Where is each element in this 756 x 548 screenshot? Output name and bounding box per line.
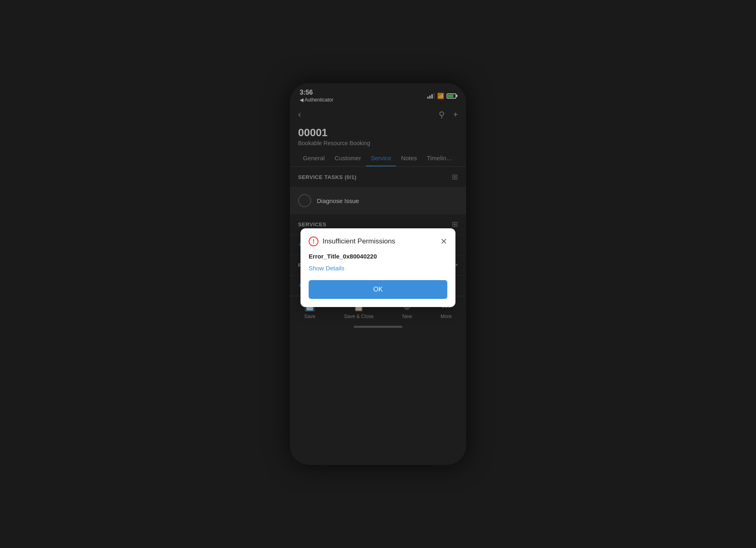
- error-icon: !: [309, 236, 318, 246]
- modal-close-button[interactable]: ✕: [440, 237, 447, 245]
- show-details-button[interactable]: Show Details: [309, 265, 345, 272]
- modal-title: Insufficient Permissions: [323, 237, 436, 245]
- permissions-modal: ! Insufficient Permissions ✕ Error_Title…: [301, 228, 455, 307]
- modal-ok-button[interactable]: OK: [309, 280, 447, 299]
- modal-body: Error_Title_0x80040220 Show Details: [301, 251, 455, 280]
- modal-header: ! Insufficient Permissions ✕: [301, 228, 455, 251]
- modal-overlay: ! Insufficient Permissions ✕ Error_Title…: [290, 83, 466, 465]
- phone-frame: 3:56 ◀ Authenticator 📶 ‹ ⚲ + 00001 Booka…: [290, 83, 466, 465]
- error-code: Error_Title_0x80040220: [309, 253, 447, 260]
